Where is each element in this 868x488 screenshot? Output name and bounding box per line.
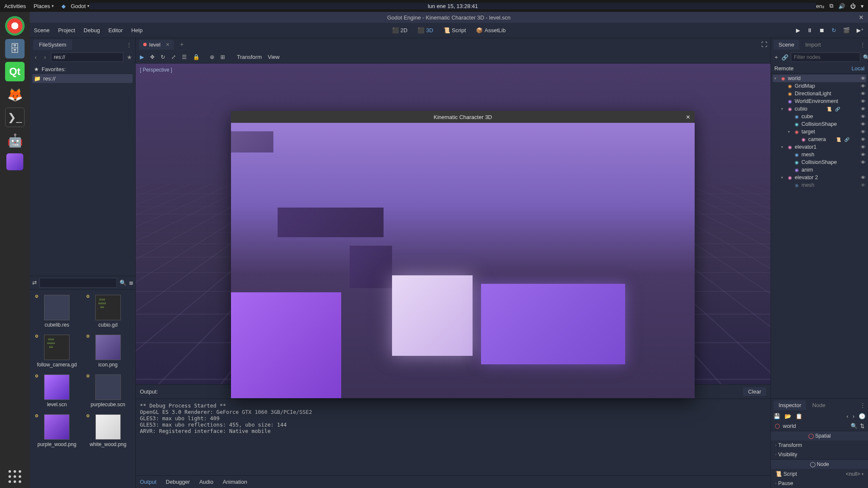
scene-tree-node[interactable]: ▾◉world👁 <box>773 75 866 82</box>
visibility-icon[interactable]: 👁 <box>861 183 865 188</box>
places-menu[interactable]: Places <box>33 3 54 9</box>
perspective-label[interactable]: [ Perspective ] <box>140 67 172 73</box>
switch-script[interactable]: 📜 Script <box>441 26 468 35</box>
file-item[interactable]: ⚙purple_wood.png <box>31 413 83 449</box>
expand-icon[interactable]: ▾ <box>788 130 792 134</box>
dock-qt-icon[interactable]: Qt <box>5 62 25 81</box>
scene-panel-menu-icon[interactable]: ⋮ <box>860 42 865 48</box>
lock-tool-icon[interactable]: 🔒 <box>193 54 200 60</box>
visibility-icon[interactable]: 👁 <box>861 137 865 142</box>
insp-script-row[interactable]: 📜 Script<null> ▾ <box>771 469 868 479</box>
insp-forward-icon[interactable]: › <box>853 413 854 419</box>
insp-save-icon[interactable]: 💾 <box>773 413 780 419</box>
tab-add-icon[interactable]: ＋ <box>179 41 185 48</box>
file-search-input[interactable] <box>39 278 117 288</box>
gnome-menu-arrow[interactable]: ▾ <box>861 3 864 9</box>
window-close-button[interactable]: ✕ <box>859 14 864 21</box>
expand-icon[interactable]: ▾ <box>781 145 785 149</box>
inspector-menu-icon[interactable]: ⋮ <box>860 402 865 408</box>
scene-tree-node[interactable]: ◉anim <box>773 166 866 174</box>
link-node-icon[interactable]: 🔗 <box>782 54 788 61</box>
expand-icon[interactable]: ▾ <box>774 76 779 80</box>
pause-button[interactable]: ⏸ <box>807 27 812 33</box>
play-button[interactable]: ▶ <box>796 27 800 33</box>
dock-files-icon[interactable]: 🗄 <box>5 39 25 58</box>
visibility-icon[interactable]: 👁 <box>861 114 865 119</box>
menu-help[interactable]: Help <box>131 27 143 33</box>
file-item[interactable]: ⚙cubio.gd <box>83 293 134 330</box>
switch-assetlib[interactable]: 📦 AssetLib <box>473 26 508 35</box>
dock-godot-icon[interactable]: 🤖 <box>5 130 25 150</box>
path-input[interactable] <box>51 53 123 62</box>
import-panel-tab[interactable]: Import <box>800 40 826 50</box>
game-close-icon[interactable]: ✕ <box>686 114 690 120</box>
rotate-tool-icon[interactable]: ↻ <box>161 54 165 60</box>
nav-back-icon[interactable]: ‹ <box>32 54 39 61</box>
activities-button[interactable]: Activities <box>4 3 26 9</box>
local-tab[interactable]: Local <box>851 65 865 72</box>
scene-tree-node[interactable]: ◉WorldEnvironment👁 <box>773 97 866 105</box>
instance-indicator-icon[interactable]: 🔗 <box>835 107 840 111</box>
dock-apps-button[interactable] <box>8 470 21 483</box>
nav-forward-icon[interactable]: › <box>42 54 48 61</box>
scene-tree-node[interactable]: ▾◉elevator 2👁 <box>773 174 866 181</box>
snap-tool-icon[interactable]: ⊕ <box>210 54 214 60</box>
add-node-icon[interactable]: ＋ <box>773 53 779 61</box>
file-item[interactable]: ⚙follow_camera.gd <box>31 333 83 369</box>
visibility-icon[interactable]: 👁 <box>861 122 865 127</box>
visibility-icon[interactable]: 👁 <box>861 175 865 180</box>
reload-button[interactable]: ↻ <box>832 27 836 33</box>
menu-scene[interactable]: Scene <box>34 27 50 33</box>
game-titlebar[interactable]: Kinematic Character 3D ✕ <box>231 111 695 123</box>
view-menu[interactable]: View <box>268 54 280 60</box>
list-mode-icon[interactable]: ≣ <box>129 280 134 286</box>
visibility-icon[interactable]: 👁 <box>861 160 865 165</box>
scene-tree-node[interactable]: ◉CollisionShape👁 <box>773 120 866 128</box>
wifi-icon[interactable]: ⧉ <box>829 3 833 9</box>
insp-visibility-row[interactable]: ›Visibility <box>771 450 868 459</box>
gnome-app-menu[interactable]: ◆ Godot <box>61 3 89 9</box>
file-tree-mode-icon[interactable]: ⇄ <box>32 280 37 286</box>
scene-panel-tab[interactable]: Scene <box>773 40 799 50</box>
visibility-icon[interactable]: 👁 <box>861 91 865 96</box>
visibility-icon[interactable]: 👁 <box>861 76 865 81</box>
bottom-tab-animation[interactable]: Animation <box>223 479 247 485</box>
scene-tree-node[interactable]: ▾◉elevator1👁 <box>773 143 866 151</box>
expand-icon[interactable]: ▾ <box>781 107 785 111</box>
res-root-item[interactable]: 📁res:// <box>32 74 133 83</box>
file-item[interactable]: ⚙purplecube.scn <box>83 373 134 409</box>
file-item[interactable]: ⚙cubelib.res <box>31 293 83 330</box>
scene-tab-level[interactable]: level ✕ <box>139 40 174 50</box>
play-scene-button[interactable]: 🎬 <box>843 27 850 33</box>
insp-pause-row[interactable]: ›Pause <box>771 479 868 488</box>
menu-project[interactable]: Project <box>58 27 75 33</box>
power-icon[interactable]: ⏻ <box>850 3 856 9</box>
scene-tree-node[interactable]: ◉mesh👁 <box>773 151 866 158</box>
script-indicator-icon[interactable]: 📜 <box>836 137 841 142</box>
scene-tree-node[interactable]: ◉mesh👁 <box>773 181 866 189</box>
select-tool-icon[interactable]: ▶ <box>140 54 144 60</box>
switch-3d[interactable]: ⬛ 3D <box>415 26 436 35</box>
gnome-lang-indicator[interactable]: en₂ <box>816 3 824 9</box>
filesystem-menu-icon[interactable]: ⋮ <box>126 42 132 48</box>
filter-nodes-input[interactable] <box>791 53 860 62</box>
dock-terminal-icon[interactable]: ❯_ <box>5 108 25 127</box>
visibility-icon[interactable]: 👁 <box>861 83 865 89</box>
visibility-icon[interactable]: 👁 <box>861 144 865 150</box>
scale-tool-icon[interactable]: ⤢ <box>171 54 176 60</box>
bottom-tab-output[interactable]: Output <box>140 479 156 485</box>
dock-running-thumb[interactable] <box>6 153 23 170</box>
menu-editor[interactable]: Editor <box>108 27 123 33</box>
file-item[interactable]: ⚙white_wood.png <box>83 413 134 449</box>
dock-chrome-icon[interactable] <box>5 16 25 36</box>
instance-indicator-icon[interactable]: 🔗 <box>844 137 849 142</box>
scene-tree-node[interactable]: ◉DirectionalLight👁 <box>773 90 866 97</box>
search-icon[interactable]: 🔍 <box>120 280 126 286</box>
script-indicator-icon[interactable]: 📜 <box>826 107 832 111</box>
favorite-icon[interactable]: ★ <box>126 54 133 61</box>
insp-back-icon[interactable]: ‹ <box>846 413 848 419</box>
insp-history-icon[interactable]: 🕓 <box>859 413 865 419</box>
clear-button[interactable]: Clear <box>743 387 766 396</box>
file-item[interactable]: ⚙icon.png <box>83 333 134 369</box>
dock-gimp-icon[interactable]: 🦊 <box>5 85 25 104</box>
